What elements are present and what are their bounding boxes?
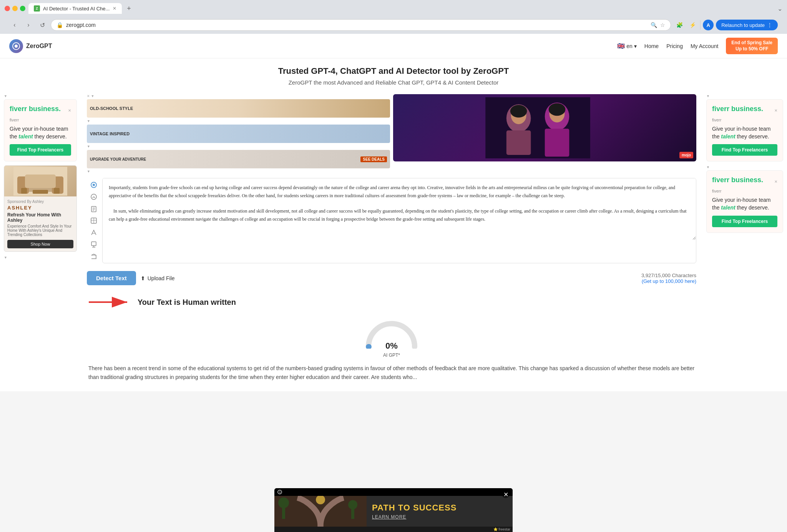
detect-text-button[interactable]: Detect Text — [87, 271, 136, 285]
gauge-percentage: 0% — [385, 341, 398, 351]
fiverr-logo-right-top: fiverr business. — [712, 105, 763, 113]
tab-bar: Z AI Detector - Trusted AI Che... ✕ + — [28, 3, 134, 14]
action-bar: Detect Text ⬆ Upload File 3,927/15,000 C… — [87, 268, 696, 288]
svg-rect-9 — [33, 190, 48, 194]
divider — [700, 20, 701, 30]
fiverr-ad-text-r2: Give your in-house team the talent they … — [712, 196, 777, 211]
site-logo[interactable]: ZeroGPT — [9, 39, 52, 53]
fiverr-ad-right-bottom: fiverr business. ✕ fiverr Give your in-h… — [706, 170, 783, 233]
toolbar-btn-7[interactable] — [88, 251, 99, 262]
site-header: ZeroGPT 🇬🇧 en ▾ Home Pricing My Account … — [0, 34, 787, 58]
char-upgrade-link[interactable]: (Get up to 100,000 here) — [641, 278, 696, 284]
ad-label-right-1: ▼ — [706, 94, 783, 98]
browser-actions: 🧩 ⚡ A Relaunch to update ⋮ — [674, 20, 778, 30]
nav-my-account[interactable]: My Account — [691, 43, 718, 49]
video-svg — [396, 97, 679, 158]
security-icon: 🔒 — [56, 22, 63, 28]
traffic-lights — [5, 6, 25, 11]
fiverr-ad-right-top: fiverr business. ✕ fiverr Give your in-h… — [706, 99, 783, 161]
forward-button[interactable]: › — [23, 20, 34, 30]
url-text: zerogpt.com — [66, 22, 648, 28]
ad-upgrade[interactable]: UPGRADE YOUR ADVENTURE SEE DEALS — [87, 150, 390, 168]
gauge-container: 0% AI GPT* — [87, 316, 696, 364]
url-bar[interactable]: 🔒 zerogpt.com 🔍 ☆ — [51, 19, 671, 31]
search-icon: 🔍 — [651, 22, 657, 28]
ashley-shop-now-button[interactable]: Shop Now — [7, 240, 73, 248]
toolbar-btn-4[interactable] — [88, 215, 99, 226]
nav-home[interactable]: Home — [644, 43, 659, 49]
left-media: ✕ ▼ OLD-SCHOOL STYLE ▼ VINTAGE INSPIRED … — [87, 94, 390, 173]
text-input[interactable]: Importantly, students from grade-free sc… — [103, 178, 696, 240]
right-sidebar: ▼ fiverr business. ✕ fiverr Give your in… — [702, 90, 787, 391]
lang-label: en — [626, 43, 633, 49]
ad-oldschool[interactable]: OLD-SCHOOL STYLE — [87, 99, 390, 118]
toolbar-btn-5[interactable] — [88, 227, 99, 238]
svg-point-18 — [549, 103, 566, 116]
close-window-button[interactable] — [5, 6, 10, 11]
ashley-headline: Refresh Your Home With Ashley — [7, 212, 73, 223]
site-nav: 🇬🇧 en ▾ Home Pricing My Account End of S… — [617, 38, 778, 54]
browser-chrome: Z AI Detector - Trusted AI Che... ✕ + ⌄ … — [0, 0, 787, 34]
left-sidebar: ▼ fiverr business. ✕ fiverr Give your in… — [0, 90, 81, 391]
fiverr-ad-text: Give your in-house team the talent they … — [10, 125, 71, 140]
extensions-button[interactable]: 🧩 — [674, 20, 685, 30]
svg-point-20 — [93, 184, 95, 186]
ad-fiverr-sub-r1: fiverr — [712, 118, 777, 122]
toolbar-btn-6[interactable] — [88, 239, 99, 250]
ad-fiverr-marker-2: ▼ — [87, 145, 390, 148]
ad-x-icon-r1[interactable]: ✕ — [774, 108, 777, 113]
page-title: Trusted GPT-4, ChatGPT and AI Detector t… — [0, 66, 787, 76]
active-tab[interactable]: Z AI Detector - Trusted AI Che... ✕ — [28, 3, 122, 14]
ad-stack: OLD-SCHOOL STYLE ▼ VINTAGE INSPIRED ▼ UP… — [87, 99, 390, 168]
flag-icon: 🇬🇧 — [617, 42, 625, 50]
page-subtitle: ZeroGPT the most Advanced and Reliable C… — [0, 79, 787, 86]
gauge-label: AI GPT* — [383, 352, 400, 358]
fiverr-find-freelancers-button-right-bottom[interactable]: Find Top Freelancers — [712, 216, 777, 227]
fiverr-find-freelancers-button-left[interactable]: Find Top Freelancers — [10, 144, 71, 156]
toolbar-btn-2[interactable] — [88, 191, 99, 202]
ashley-ad: Sponsored By Ashley ASHLEY Refresh Your … — [4, 165, 77, 252]
logo-text: ZeroGPT — [26, 43, 52, 50]
center-content: ✕ ▼ OLD-SCHOOL STYLE ▼ VINTAGE INSPIRED … — [81, 90, 702, 391]
toolbar-btn-3[interactable] — [88, 203, 99, 214]
tab-close-button[interactable]: ✕ — [113, 6, 116, 11]
char-count: 3,927/15,000 Characters (Get up to 100,0… — [641, 273, 696, 284]
ad-x-icon[interactable]: ✕ — [68, 108, 71, 113]
ad-label-right-2: ▼ — [706, 165, 783, 169]
toolbar-btn-1[interactable] — [88, 180, 99, 190]
minimize-window-button[interactable] — [12, 6, 18, 11]
new-tab-button[interactable]: + — [123, 3, 134, 14]
svg-rect-6 — [25, 175, 56, 188]
result-arrow-row: Your Text is Human written — [87, 294, 696, 310]
lang-chevron-icon: ▾ — [634, 43, 637, 49]
tab-title: AI Detector - Trusted AI Che... — [43, 6, 110, 12]
reload-button[interactable]: ↺ — [37, 20, 48, 30]
video-container[interactable]: mojo — [393, 94, 696, 161]
upload-file-button[interactable]: ⬆ Upload File — [141, 275, 175, 281]
svg-rect-12 — [506, 131, 531, 155]
back-button[interactable]: ‹ — [9, 20, 20, 30]
ad-x-icon-r2[interactable]: ✕ — [774, 180, 777, 184]
mojo-badge: mojo — [679, 152, 693, 158]
address-bar: ‹ › ↺ 🔒 zerogpt.com 🔍 ☆ 🧩 ⚡ A Relaunch t… — [5, 17, 782, 34]
maximize-window-button[interactable] — [20, 6, 25, 11]
result-arrow-svg — [87, 294, 133, 310]
ad-fiverr-marker-3: ▼ — [87, 170, 390, 173]
relaunch-button[interactable]: Relaunch to update ⋮ — [716, 20, 778, 30]
ad-label-bottom-left: ▼ — [4, 256, 77, 259]
svg-rect-10 — [485, 97, 590, 158]
nav-pricing[interactable]: Pricing — [666, 43, 683, 49]
video-placeholder: mojo — [393, 94, 696, 161]
svg-rect-8 — [54, 188, 60, 194]
language-selector[interactable]: 🇬🇧 en ▾ — [617, 42, 637, 50]
ad-vintage[interactable]: VINTAGE INSPIRED — [87, 125, 390, 143]
svg-rect-7 — [21, 188, 27, 194]
zerogpt-ext-button[interactable]: ⚡ — [687, 20, 698, 30]
fiverr-find-freelancers-button-right-top[interactable]: Find Top Freelancers — [712, 144, 777, 156]
upload-icon: ⬆ — [141, 275, 145, 281]
profile-button[interactable]: A — [703, 20, 714, 30]
tab-overflow-button[interactable]: ⌄ — [777, 5, 782, 12]
sale-button[interactable]: End of Spring Sale Up to 50% OFF — [726, 38, 778, 54]
fiverr-logo-left: fiverr business. — [10, 105, 61, 113]
ashley-ad-image — [4, 166, 76, 196]
